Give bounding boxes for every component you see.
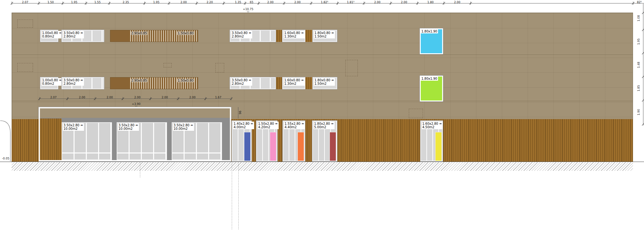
louver-end-panel [110, 30, 129, 42]
window-area-label: 1.00x0.80 =0.80m2 [42, 31, 63, 38]
window-area-label: 1.50x2.80 =4.20m2 [258, 122, 279, 129]
entry-unit: 1.80x2.80 =5.00m2 [312, 121, 337, 161]
facade-joint-line [12, 55, 633, 55]
louver-end-panel [110, 78, 129, 89]
louver-label: 1.50x0.80 [177, 32, 194, 35]
entry-unit: 1.60x2.80 =4.50m2 [420, 121, 443, 161]
section-dash-line [232, 162, 232, 229]
dim-tick [391, 2, 391, 5]
elevation-drawing: 2.07 1.50 1.95 1.55 2.35 1.95 2.00 2.20 … [0, 0, 644, 230]
window: 1.00x0.80 =0.80m2 [40, 30, 58, 42]
dashed-outline [164, 63, 172, 67]
window-area-label: 1.80x0.80 =1.50m2 [314, 31, 335, 38]
dim-tick [39, 2, 39, 5]
canopy-dim-line [238, 107, 238, 118]
window-area-label: 1.55x2.80 =4.40m2 [284, 122, 305, 129]
window-area-label: 3.50x0.80 =2.80m2 [231, 31, 252, 38]
dim-label: 2.00 [454, 1, 460, 4]
window: 3.50x0.80 =2.80m2 [62, 30, 104, 42]
window: 1.00x0.80 =0.80m2 [40, 77, 58, 89]
dim-label: 2.00 [79, 96, 85, 99]
dim-tick [284, 2, 284, 5]
dim-label: 1.85 [637, 85, 640, 91]
dim-label: 2.00 [162, 96, 168, 99]
dim-label: 1.95 [637, 38, 640, 45]
dim-label: 82⁵ [637, 1, 641, 4]
dim-tick [337, 2, 338, 5]
dim-label: 1.55 [94, 1, 101, 4]
wood-slat-panel [40, 118, 62, 160]
window: 3.50x0.80 =2.80m2 [62, 77, 104, 89]
window-area-label: 1.80x2.80 =5.00m2 [314, 122, 335, 129]
dim-tick [224, 2, 224, 5]
louver-label: 2.90x0.85 [130, 79, 147, 82]
dim-label: 2.07 [50, 96, 57, 99]
dashed-outline [17, 20, 33, 28]
dim-label: 1.80 [427, 1, 434, 4]
dim-label: 65 [250, 1, 253, 4]
window-area-label: 3.50x0.80 =2.80m2 [231, 78, 252, 86]
dim-tick [144, 2, 145, 5]
dim-label: 1.67 [215, 96, 221, 99]
window-area-label: 1.80x1.90 [421, 29, 438, 33]
dim-tick [178, 97, 178, 100]
window: 1.60x0.80 =1.30m2 [282, 77, 305, 89]
window-area-label: 1.60x2.80 =4.50m2 [422, 122, 443, 129]
storefront-window: 3.50x2.80 =10.00m2 [172, 122, 222, 160]
dim-label: 1.48 [637, 62, 640, 68]
dim-tick [197, 2, 197, 5]
window-area-label: 3.50x2.80 =10.00m2 [173, 123, 194, 131]
wood-slat-panel [305, 30, 313, 42]
window-area-label: 1.60x0.80 =1.30m2 [284, 78, 305, 86]
dim-tick [364, 2, 364, 5]
dim-tick [444, 2, 444, 5]
dim-label: 2.00 [401, 1, 407, 4]
section-dash-line [238, 162, 239, 229]
window-area-label: 1.00x0.80 =0.80m2 [42, 78, 63, 86]
storefront-window: 3.50x2.80 =10.00m2 [62, 122, 112, 160]
louver-label: 2.90x0.85 [130, 32, 147, 35]
dim-label: 96 [239, 111, 242, 114]
dim-label: 2.07 [22, 1, 28, 4]
dim-tick [311, 2, 311, 5]
window-area-label: 1.80x1.90 [421, 77, 438, 81]
window: 3.50x0.80 =2.80m2 [230, 30, 276, 42]
arched-doorway-outline [0, 119, 11, 162]
dim-label: 2.35 [123, 1, 129, 4]
dim-tick [67, 97, 68, 100]
dim-label: 1.81³ [347, 1, 354, 4]
dim-label: 2.00 [267, 1, 274, 4]
louver-label: 1.50x0.80 [177, 79, 194, 82]
window-area-label: 3.50x2.80 =10.00m2 [63, 123, 84, 131]
dim-label: 1.95 [71, 1, 77, 4]
feature-window-cyan: 1.80x1.90 [420, 28, 443, 54]
dim-tick [63, 2, 63, 5]
window: 1.80x0.80 =1.50m2 [313, 30, 337, 42]
door-red [330, 132, 336, 161]
window: 3.50x0.80 =2.80m2 [230, 77, 276, 89]
facade-joint-line [12, 101, 633, 101]
dashed-outline [17, 63, 33, 72]
dim-tick [258, 2, 259, 5]
dim-label: 1.08 [637, 15, 640, 21]
dim-label: 1.50 [47, 1, 54, 4]
dim-tick [39, 97, 40, 100]
window: 1.80x0.80 =1.50m2 [313, 77, 337, 89]
wood-slat-panel [276, 77, 282, 89]
louver-band: 2.90x0.85 1.50x0.80 [110, 30, 198, 42]
window-area-label: 3.50x0.80 =2.80m2 [63, 31, 84, 38]
dim-tick [205, 97, 206, 100]
ground-hatch [12, 162, 633, 171]
wood-slat-panel [305, 77, 313, 89]
door-orange [297, 132, 304, 161]
wood-slat-panel [276, 30, 282, 42]
dashed-stair-outline [409, 109, 423, 118]
dim-tick [150, 97, 151, 100]
dim-label: 1.35 [235, 1, 241, 4]
wood-slat-cladding [12, 119, 39, 162]
dim-tick [123, 97, 123, 100]
dim-label: 2.00 [294, 1, 301, 4]
dim-tick [231, 97, 231, 100]
door-yellow [435, 132, 442, 161]
dim-label: 2.00 [374, 1, 380, 4]
